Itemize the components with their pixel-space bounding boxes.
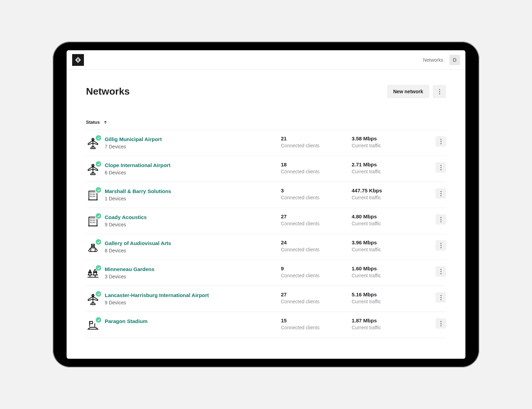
status-ok-icon: [96, 161, 101, 167]
more-vertical-icon: [440, 321, 441, 326]
page-title: Networks: [86, 86, 130, 97]
network-type-icon: [86, 240, 100, 254]
traffic-value: 2.71 Mbps: [352, 162, 428, 167]
row-more-button[interactable]: [436, 318, 446, 329]
network-row: Paragon Stadium 15 Connected clients 1.8…: [86, 312, 446, 338]
network-name-link[interactable]: Marshall & Barry Solutions: [105, 188, 171, 194]
row-more-button[interactable]: [436, 266, 446, 277]
status-ok-icon: [96, 317, 101, 323]
header-actions: New network: [387, 85, 446, 98]
new-network-button[interactable]: New network: [387, 85, 429, 98]
page-more-button[interactable]: [433, 85, 446, 98]
network-name-link[interactable]: Clope International Airport: [105, 162, 170, 168]
clients-label: Connected clients: [281, 169, 350, 174]
traffic-metric: 447.75 Kbps Current traffic: [352, 188, 428, 200]
traffic-metric: 1.60 Mbps Current traffic: [352, 266, 428, 278]
network-type-icon: [86, 136, 100, 150]
row-actions: [429, 317, 446, 329]
traffic-value: 447.75 Kbps: [352, 188, 428, 193]
more-vertical-icon: [440, 165, 441, 170]
network-name-link[interactable]: Minneneau Gardens: [105, 266, 154, 272]
traffic-label: Current traffic: [352, 169, 428, 174]
traffic-value: 5.16 Mbps: [352, 291, 428, 297]
nav-networks-link[interactable]: Networks: [423, 57, 443, 63]
row-actions: [429, 240, 446, 251]
clients-metric: 27 Connected clients: [281, 214, 350, 226]
clients-value: 3: [281, 188, 350, 193]
clients-value: 27: [281, 291, 350, 297]
more-vertical-icon: [440, 269, 441, 274]
arrow-up-icon: [103, 120, 108, 124]
network-type-icon: [86, 292, 100, 306]
traffic-value: 3.96 Mbps: [352, 240, 428, 245]
device-count: 7 Devices: [105, 144, 280, 149]
status-ok-icon: [96, 265, 101, 271]
network-type-icon: [86, 266, 100, 280]
row-more-button[interactable]: [436, 240, 446, 251]
status-ok-icon: [96, 239, 101, 245]
traffic-label: Current traffic: [352, 299, 428, 304]
clients-value: 27: [281, 214, 350, 219]
clients-value: 9: [281, 266, 350, 271]
status-ok-icon: [96, 135, 101, 141]
logo-icon: [75, 56, 81, 63]
more-vertical-icon: [440, 243, 441, 248]
network-name-link[interactable]: Coady Acoustics: [105, 214, 147, 220]
network-name-link[interactable]: Gallery of Audiovisual Arts: [105, 240, 171, 246]
traffic-label: Current traffic: [352, 273, 428, 278]
sort-label: Status: [86, 120, 100, 125]
avatar[interactable]: D: [449, 55, 460, 65]
sort-control[interactable]: Status: [86, 120, 446, 130]
row-actions: [429, 136, 446, 147]
top-bar-right: Networks D: [423, 55, 460, 65]
traffic-metric: 3.58 Mbps Current traffic: [352, 136, 428, 148]
row-more-button[interactable]: [436, 214, 446, 225]
network-list: Gillig Municipal Airport 7 Devices 21 Co…: [86, 130, 446, 338]
app-logo[interactable]: [72, 54, 84, 66]
traffic-value: 4.80 Mbps: [352, 214, 428, 219]
traffic-label: Current traffic: [352, 221, 428, 226]
row-more-button[interactable]: [436, 162, 446, 173]
network-info: Coady Acoustics 9 Devices: [105, 214, 280, 227]
row-actions: [429, 214, 446, 225]
network-name-link[interactable]: Gillig Municipal Airport: [105, 136, 162, 142]
traffic-label: Current traffic: [352, 195, 428, 200]
row-more-button[interactable]: [436, 188, 446, 199]
traffic-label: Current traffic: [352, 247, 428, 252]
row-more-button[interactable]: [436, 136, 446, 147]
network-info: Paragon Stadium: [105, 317, 280, 326]
clients-value: 15: [281, 317, 350, 323]
row-more-button[interactable]: [436, 292, 446, 303]
network-name-link[interactable]: Paragon Stadium: [105, 318, 147, 324]
network-row: Gallery of Audiovisual Arts 8 Devices 24…: [86, 234, 446, 260]
clients-label: Connected clients: [281, 273, 350, 278]
network-info: Clope International Airport 6 Devices: [105, 162, 280, 175]
clients-label: Connected clients: [281, 221, 350, 226]
clients-metric: 21 Connected clients: [281, 136, 350, 148]
traffic-metric: 3.96 Mbps Current traffic: [352, 240, 428, 252]
clients-label: Connected clients: [281, 195, 350, 200]
screen: Networks D Networks New network Status: [67, 50, 465, 359]
device-count: 8 Devices: [105, 248, 280, 253]
clients-metric: 18 Connected clients: [281, 162, 350, 174]
network-type-icon: [86, 214, 100, 228]
network-type-icon: [86, 162, 100, 176]
clients-label: Connected clients: [281, 325, 350, 330]
network-row: Coady Acoustics 9 Devices 27 Connected c…: [86, 208, 446, 234]
network-row: Clope International Airport 6 Devices 18…: [86, 156, 446, 182]
more-vertical-icon: [440, 191, 441, 196]
clients-metric: 9 Connected clients: [281, 266, 350, 278]
device-count: 6 Devices: [105, 170, 280, 175]
network-name-link[interactable]: Lancaster-Harrisburg International Airpo…: [105, 292, 209, 298]
clients-metric: 24 Connected clients: [281, 240, 350, 252]
network-info: Lancaster-Harrisburg International Airpo…: [105, 291, 280, 305]
network-type-icon: [86, 318, 100, 332]
row-actions: [429, 162, 446, 173]
page-header: Networks New network: [86, 85, 446, 98]
traffic-value: 1.60 Mbps: [352, 266, 428, 271]
content-area: Networks New network Status: [67, 70, 465, 359]
traffic-metric: 2.71 Mbps Current traffic: [352, 162, 428, 174]
traffic-label: Current traffic: [352, 325, 428, 330]
status-ok-icon: [96, 187, 101, 193]
network-row: Marshall & Barry Solutions 1 Devices 3 C…: [86, 182, 446, 208]
